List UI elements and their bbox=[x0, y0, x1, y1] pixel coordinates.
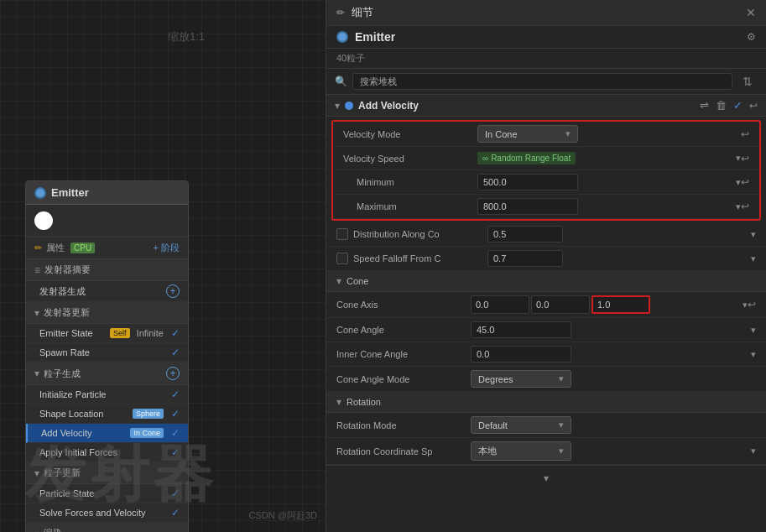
emitter-generate-item[interactable]: 发射器生成 + bbox=[26, 281, 188, 302]
cpu-badge: CPU bbox=[70, 243, 95, 253]
minimum-row: Minimum ▾ ↩ bbox=[333, 170, 759, 195]
rotation-mode-value: Default bbox=[478, 420, 508, 430]
inner-angle-expand[interactable]: ▾ bbox=[751, 349, 756, 360]
shuffle-icon[interactable]: ⇌ bbox=[700, 99, 709, 112]
add-stage-button[interactable]: + 阶段 bbox=[154, 242, 180, 254]
shape-location-item[interactable]: Shape Location Sphere ✓ bbox=[26, 404, 188, 424]
shape-location-check[interactable]: ✓ bbox=[171, 408, 180, 420]
cone-axis-z-input[interactable] bbox=[591, 295, 650, 314]
search-input[interactable] bbox=[352, 73, 732, 90]
attr-label: 属性 bbox=[46, 242, 65, 254]
rotation-coord-expand[interactable]: ▾ bbox=[751, 446, 756, 456]
inner-cone-angle-label: Inner Cone Angle bbox=[336, 349, 471, 359]
cone-axis-undo[interactable]: ↩ bbox=[748, 299, 756, 310]
add-emitter-generate-button[interactable]: + bbox=[166, 284, 180, 298]
velocity-mode-value: In Cone bbox=[485, 129, 518, 139]
rotation-coord-select[interactable]: 本地 ▾ bbox=[471, 441, 571, 461]
cone-angle-mode-select[interactable]: Degrees ▾ bbox=[471, 370, 571, 388]
distribution-checkbox[interactable] bbox=[336, 228, 348, 240]
velocity-mode-select[interactable]: In Cone ▾ bbox=[477, 125, 578, 143]
spawn-rate-label: Spawn Rate bbox=[39, 347, 167, 357]
inner-cone-angle-input[interactable] bbox=[471, 346, 571, 362]
bottom-expand-row: ▾ bbox=[326, 465, 766, 491]
render-label: 渲染 bbox=[44, 527, 62, 532]
spawn-rate-check[interactable]: ✓ bbox=[171, 347, 180, 358]
velocity-speed-label: Velocity Speed bbox=[343, 154, 477, 164]
particle-count: 40粒子 bbox=[326, 49, 766, 69]
emitter-generate-label: 发射器生成 bbox=[39, 285, 162, 298]
bottom-expand-arrow[interactable]: ▾ bbox=[544, 472, 549, 484]
random-range-badge: ∞ Random Range Float bbox=[477, 152, 576, 164]
csdn-credit: CSDN @阿赶3D bbox=[249, 509, 317, 522]
particle-generate-section[interactable]: ▾ 粒子生成 + bbox=[26, 362, 188, 385]
emitter-update-section[interactable]: ▾ 发射器更新 bbox=[26, 302, 188, 324]
cone-axis-x-input[interactable] bbox=[471, 295, 529, 314]
cone-angle-mode-control: Degrees ▾ bbox=[471, 370, 756, 388]
cone-angle-label: Cone Angle bbox=[336, 325, 471, 335]
search-row: 🔍 ⇅ bbox=[326, 69, 766, 95]
particle-state-item[interactable]: Particle State ✓ bbox=[26, 484, 188, 503]
render-section[interactable]: ▾ 渲染 bbox=[26, 523, 188, 532]
maximum-control bbox=[477, 198, 736, 215]
distribution-input[interactable] bbox=[487, 226, 563, 243]
cone-section-divider[interactable]: ▾ Cone bbox=[326, 271, 766, 292]
chevron-icon: ▾ bbox=[34, 307, 39, 319]
rotation-section-divider[interactable]: ▾ Rotation bbox=[326, 392, 766, 413]
module-actions: ⇌ 🗑 ✓ ↩ bbox=[700, 99, 758, 112]
emitter-summary-section[interactable]: ≡ 发射器摘要 bbox=[26, 259, 188, 281]
undo-icon[interactable]: ↩ bbox=[749, 100, 758, 112]
emitter-icon-row bbox=[26, 205, 188, 237]
cone-angle-input[interactable] bbox=[471, 321, 571, 338]
emitter-state-check[interactable]: ✓ bbox=[171, 327, 180, 339]
particle-update-label: 粒子更新 bbox=[44, 467, 81, 479]
add-velocity-item[interactable]: Add Velocity In Cone ✓ bbox=[26, 424, 188, 443]
add-particle-generate-button[interactable]: + bbox=[166, 367, 180, 380]
dist-expand[interactable]: ▾ bbox=[751, 229, 756, 240]
rotation-mode-control: Default ▾ bbox=[471, 416, 756, 434]
speed-falloff-checkbox[interactable] bbox=[336, 253, 348, 264]
max-undo[interactable]: ↩ bbox=[741, 201, 749, 212]
emitter-checkbox[interactable] bbox=[34, 187, 46, 199]
settings-icon[interactable]: ⚙ bbox=[747, 31, 756, 43]
velocity-mode-undo[interactable]: ↩ bbox=[741, 128, 749, 140]
rotation-mode-select[interactable]: Default ▾ bbox=[471, 416, 571, 434]
inner-cone-angle-control bbox=[471, 346, 751, 362]
minimum-input[interactable] bbox=[477, 174, 578, 190]
falloff-expand[interactable]: ▾ bbox=[751, 253, 756, 264]
apply-initial-forces-check[interactable]: ✓ bbox=[171, 446, 180, 458]
cone-angle-mode-row: Cone Angle Mode Degrees ▾ bbox=[326, 367, 766, 392]
filter-icon[interactable]: ⇅ bbox=[737, 73, 758, 90]
velocity-mode-control: In Cone ▾ bbox=[477, 125, 737, 143]
list-icon: ≡ bbox=[34, 264, 40, 276]
module-collapse-arrow[interactable]: ▾ bbox=[335, 100, 340, 112]
apply-initial-forces-item[interactable]: Apply Initial Forces ✓ bbox=[26, 443, 188, 462]
emitter-update-label: 发射器更新 bbox=[44, 306, 90, 319]
emitter-state-item[interactable]: Emitter State Self Infinite ✓ bbox=[26, 324, 188, 343]
initialize-particle-check[interactable]: ✓ bbox=[171, 389, 180, 400]
solve-forces-check[interactable]: ✓ bbox=[171, 507, 180, 519]
emitter-state-value: Infinite bbox=[137, 328, 164, 338]
add-velocity-badge: In Cone bbox=[130, 428, 164, 438]
cone-angle-expand[interactable]: ▾ bbox=[751, 325, 756, 336]
panel-close-button[interactable]: ✕ bbox=[746, 6, 756, 19]
min-undo[interactable]: ↩ bbox=[741, 176, 749, 188]
cone-axis-row: Cone Axis ▾ ↩ bbox=[326, 292, 766, 318]
cone-axis-control bbox=[471, 295, 743, 314]
solve-forces-item[interactable]: Solve Forces and Velocity ✓ bbox=[26, 503, 188, 523]
solve-forces-label: Solve Forces and Velocity bbox=[39, 508, 167, 518]
spawn-rate-item[interactable]: Spawn Rate ✓ bbox=[26, 343, 188, 362]
cone-angle-control bbox=[471, 321, 751, 338]
initialize-particle-label: Initialize Particle bbox=[39, 389, 167, 399]
particle-state-check[interactable]: ✓ bbox=[171, 488, 180, 499]
velocity-speed-undo[interactable]: ↩ bbox=[741, 153, 749, 164]
initialize-particle-item[interactable]: Initialize Particle ✓ bbox=[26, 385, 188, 404]
delete-icon[interactable]: 🗑 bbox=[716, 99, 727, 112]
maximum-input[interactable] bbox=[477, 198, 578, 215]
particle-update-section[interactable]: ▾ 粒子更新 bbox=[26, 462, 188, 484]
add-velocity-check[interactable]: ✓ bbox=[171, 427, 180, 439]
distribution-label: Distribution Along Co bbox=[353, 229, 487, 239]
shape-location-label: Shape Location bbox=[39, 409, 128, 419]
speed-falloff-input[interactable] bbox=[487, 250, 563, 267]
checkmark-icon[interactable]: ✓ bbox=[733, 99, 743, 112]
cone-axis-y-input[interactable] bbox=[531, 295, 590, 314]
